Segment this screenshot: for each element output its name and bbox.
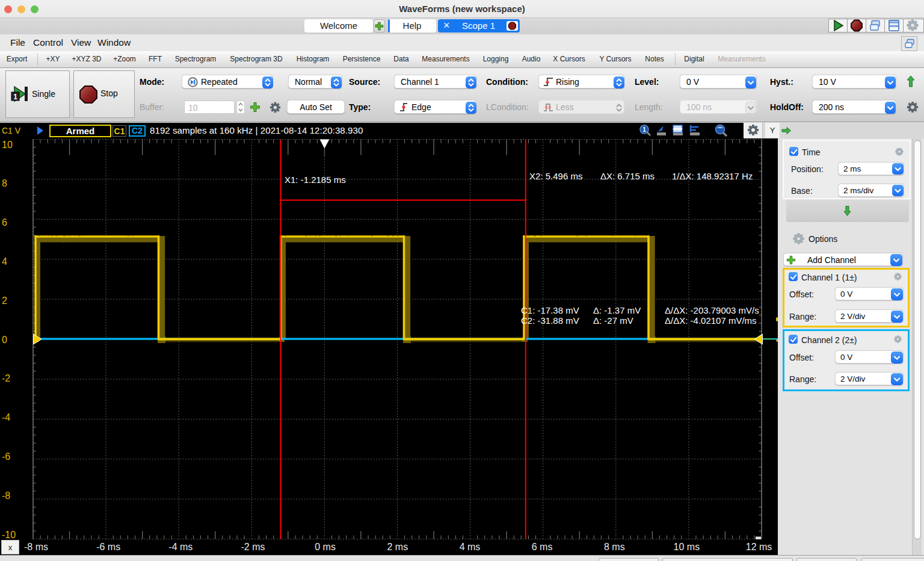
svg-text:Δ/ΔX: -4.02107 mV/ms: Δ/ΔX: -4.02107 mV/ms (665, 315, 757, 326)
svg-text:0 ms: 0 ms (315, 542, 336, 552)
svg-text:8 ms: 8 ms (604, 542, 625, 552)
svg-text:0: 0 (2, 335, 7, 345)
svg-text:2 ms: 2 ms (387, 542, 408, 552)
svg-text:C1: -17.38 mV: C1: -17.38 mV (521, 305, 579, 315)
svg-text:Δ: -1.37 mV: Δ: -1.37 mV (593, 305, 641, 315)
svg-text:1/ΔX: 148.92317 Hz: 1/ΔX: 148.92317 Hz (672, 171, 753, 181)
svg-text:6: 6 (2, 217, 7, 228)
svg-text:12 ms: 12 ms (746, 542, 772, 552)
svg-text:-10: -10 (2, 530, 16, 540)
svg-text:6 ms: 6 ms (532, 542, 553, 552)
svg-text:4: 4 (2, 256, 7, 267)
svg-text:4 ms: 4 ms (460, 542, 481, 552)
svg-text:1: 1 (642, 126, 646, 133)
svg-text:10 ms: 10 ms (674, 542, 700, 552)
svg-text:-6: -6 (2, 451, 10, 462)
svg-text:X1: -1.2185 ms: X1: -1.2185 ms (285, 175, 346, 185)
svg-text:X2: 5.496 ms: X2: 5.496 ms (529, 171, 582, 181)
svg-text:-6 ms: -6 ms (96, 542, 120, 552)
svg-text:-4 ms: -4 ms (168, 542, 192, 552)
svg-text:ΔX: 6.715 ms: ΔX: 6.715 ms (600, 171, 654, 181)
svg-text:2: 2 (2, 296, 7, 306)
svg-text:-8 ms: -8 ms (24, 542, 48, 552)
svg-text:-2: -2 (2, 373, 10, 383)
svg-text:-2 ms: -2 ms (241, 542, 265, 552)
svg-text:C2: -31.88 mV: C2: -31.88 mV (521, 315, 579, 326)
svg-text:Δ/ΔX: -203.79003 mV/s: Δ/ΔX: -203.79003 mV/s (665, 305, 759, 315)
svg-text:1: 1 (13, 93, 17, 101)
svg-text:Δ: -27 mV: Δ: -27 mV (593, 315, 633, 326)
svg-text:10: 10 (2, 140, 13, 150)
svg-text:-8: -8 (2, 491, 10, 501)
svg-text:8: 8 (2, 178, 7, 188)
svg-text:-4: -4 (2, 412, 10, 423)
